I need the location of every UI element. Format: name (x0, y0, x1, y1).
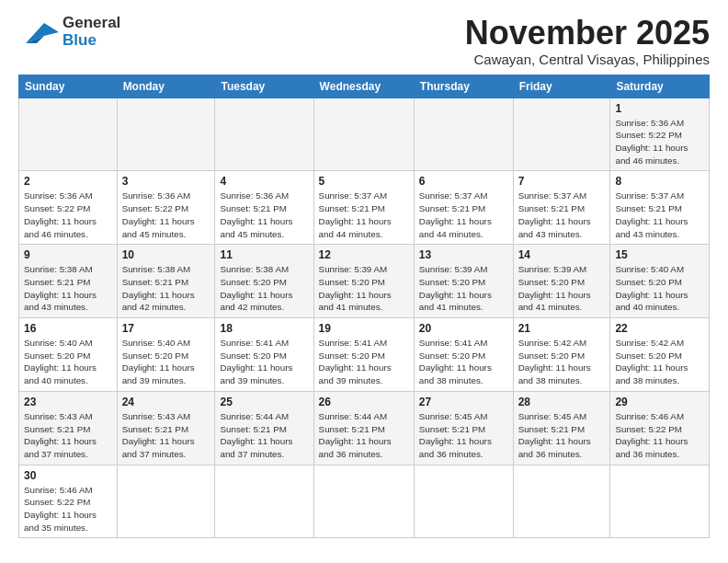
calendar-cell: 18Sunrise: 5:41 AM Sunset: 5:20 PM Dayli… (215, 318, 313, 392)
day-number: 5 (319, 175, 409, 188)
weekday-header-thursday: Thursday (414, 75, 513, 98)
calendar-cell: 14Sunrise: 5:39 AM Sunset: 5:20 PM Dayli… (513, 245, 610, 318)
calendar-cell (513, 98, 610, 171)
calendar-cell: 16Sunrise: 5:40 AM Sunset: 5:20 PM Dayli… (19, 318, 118, 392)
weekday-header-monday: Monday (117, 75, 215, 98)
calendar-cell: 28Sunrise: 5:45 AM Sunset: 5:21 PM Dayli… (513, 391, 610, 465)
day-info: Sunrise: 5:43 AM Sunset: 5:21 PM Dayligh… (24, 410, 112, 461)
calendar-table: SundayMondayTuesdayWednesdayThursdayFrid… (18, 75, 710, 539)
calendar-cell: 5Sunrise: 5:37 AM Sunset: 5:21 PM Daylig… (313, 171, 414, 245)
day-info: Sunrise: 5:37 AM Sunset: 5:21 PM Dayligh… (319, 190, 409, 240)
day-number: 2 (24, 175, 112, 188)
svg-marker-0 (26, 23, 59, 43)
calendar-cell (215, 465, 313, 538)
day-info: Sunrise: 5:43 AM Sunset: 5:21 PM Dayligh… (122, 410, 210, 461)
day-info: Sunrise: 5:42 AM Sunset: 5:20 PM Dayligh… (615, 337, 704, 387)
day-number: 9 (24, 248, 112, 261)
day-number: 24 (122, 396, 210, 408)
day-info: Sunrise: 5:42 AM Sunset: 5:20 PM Dayligh… (518, 337, 606, 387)
day-info: Sunrise: 5:36 AM Sunset: 5:22 PM Dayligh… (122, 190, 210, 240)
calendar-cell: 6Sunrise: 5:37 AM Sunset: 5:21 PM Daylig… (414, 171, 513, 245)
calendar-cell (117, 98, 215, 171)
calendar-cell: 21Sunrise: 5:42 AM Sunset: 5:20 PM Dayli… (513, 318, 610, 392)
day-info: Sunrise: 5:44 AM Sunset: 5:21 PM Dayligh… (319, 410, 409, 461)
logo-text-general: General (63, 15, 120, 32)
calendar-cell: 7Sunrise: 5:37 AM Sunset: 5:21 PM Daylig… (513, 171, 610, 245)
calendar-cell: 27Sunrise: 5:45 AM Sunset: 5:21 PM Dayli… (414, 391, 513, 465)
day-number: 3 (122, 175, 210, 188)
calendar-cell (313, 98, 414, 171)
weekday-header-wednesday: Wednesday (313, 75, 414, 98)
day-info: Sunrise: 5:38 AM Sunset: 5:21 PM Dayligh… (122, 263, 210, 314)
day-info: Sunrise: 5:37 AM Sunset: 5:21 PM Dayligh… (615, 190, 704, 240)
day-number: 4 (220, 175, 308, 188)
calendar-cell (215, 98, 313, 171)
day-number: 6 (419, 175, 508, 188)
day-number: 10 (122, 248, 210, 261)
weekday-header-tuesday: Tuesday (215, 75, 313, 98)
calendar-cell: 23Sunrise: 5:43 AM Sunset: 5:21 PM Dayli… (19, 391, 118, 465)
calendar-cell: 15Sunrise: 5:40 AM Sunset: 5:20 PM Dayli… (610, 245, 710, 318)
week-row-0: 1Sunrise: 5:36 AM Sunset: 5:22 PM Daylig… (19, 98, 710, 171)
calendar-cell: 25Sunrise: 5:44 AM Sunset: 5:21 PM Dayli… (215, 391, 313, 465)
day-number: 28 (518, 396, 606, 408)
calendar-cell: 9Sunrise: 5:38 AM Sunset: 5:21 PM Daylig… (19, 245, 118, 318)
day-info: Sunrise: 5:36 AM Sunset: 5:22 PM Dayligh… (24, 190, 112, 240)
month-title: November 2025 (465, 15, 710, 52)
day-info: Sunrise: 5:44 AM Sunset: 5:21 PM Dayligh… (220, 410, 308, 461)
day-info: Sunrise: 5:37 AM Sunset: 5:21 PM Dayligh… (518, 190, 606, 240)
day-info: Sunrise: 5:39 AM Sunset: 5:20 PM Dayligh… (518, 263, 606, 314)
calendar-cell: 1Sunrise: 5:36 AM Sunset: 5:22 PM Daylig… (610, 98, 710, 171)
calendar-cell (313, 465, 414, 538)
day-info: Sunrise: 5:45 AM Sunset: 5:21 PM Dayligh… (419, 410, 508, 461)
day-number: 8 (615, 175, 704, 188)
calendar-cell: 29Sunrise: 5:46 AM Sunset: 5:22 PM Dayli… (610, 391, 710, 465)
weekday-header-friday: Friday (513, 75, 610, 98)
day-info: Sunrise: 5:39 AM Sunset: 5:20 PM Dayligh… (319, 263, 409, 314)
calendar-cell (117, 465, 215, 538)
calendar-cell: 10Sunrise: 5:38 AM Sunset: 5:21 PM Dayli… (117, 245, 215, 318)
day-number: 21 (518, 322, 606, 335)
calendar-cell: 2Sunrise: 5:36 AM Sunset: 5:22 PM Daylig… (19, 171, 118, 245)
calendar-cell: 30Sunrise: 5:46 AM Sunset: 5:22 PM Dayli… (19, 465, 118, 538)
day-info: Sunrise: 5:46 AM Sunset: 5:22 PM Dayligh… (24, 484, 112, 534)
day-info: Sunrise: 5:39 AM Sunset: 5:20 PM Dayligh… (419, 263, 508, 314)
calendar-cell: 11Sunrise: 5:38 AM Sunset: 5:20 PM Dayli… (215, 245, 313, 318)
day-info: Sunrise: 5:41 AM Sunset: 5:20 PM Dayligh… (220, 337, 308, 387)
calendar-cell (513, 465, 610, 538)
day-number: 25 (220, 396, 308, 408)
day-info: Sunrise: 5:38 AM Sunset: 5:21 PM Dayligh… (24, 263, 112, 314)
day-number: 27 (419, 396, 508, 408)
page-header: General Blue November 2025 Cawayan, Cent… (18, 15, 710, 67)
calendar-cell (414, 98, 513, 171)
day-info: Sunrise: 5:41 AM Sunset: 5:20 PM Dayligh… (419, 337, 508, 387)
day-number: 13 (419, 248, 508, 261)
day-number: 26 (319, 396, 409, 408)
day-number: 20 (419, 322, 508, 335)
day-number: 19 (319, 322, 409, 335)
calendar-cell: 24Sunrise: 5:43 AM Sunset: 5:21 PM Dayli… (117, 391, 215, 465)
calendar-cell: 8Sunrise: 5:37 AM Sunset: 5:21 PM Daylig… (610, 171, 710, 245)
week-row-2: 9Sunrise: 5:38 AM Sunset: 5:21 PM Daylig… (19, 245, 710, 318)
day-info: Sunrise: 5:46 AM Sunset: 5:22 PM Dayligh… (615, 410, 704, 461)
day-info: Sunrise: 5:45 AM Sunset: 5:21 PM Dayligh… (518, 410, 606, 461)
day-info: Sunrise: 5:41 AM Sunset: 5:20 PM Dayligh… (319, 337, 409, 387)
day-number: 7 (518, 175, 606, 188)
logo-text-blue: Blue (63, 32, 120, 50)
calendar-cell: 17Sunrise: 5:40 AM Sunset: 5:20 PM Dayli… (117, 318, 215, 392)
day-number: 17 (122, 322, 210, 335)
calendar-cell: 20Sunrise: 5:41 AM Sunset: 5:20 PM Dayli… (414, 318, 513, 392)
weekday-header-sunday: Sunday (19, 75, 118, 98)
calendar-cell (414, 465, 513, 538)
day-number: 1 (615, 102, 704, 115)
week-row-5: 30Sunrise: 5:46 AM Sunset: 5:22 PM Dayli… (19, 465, 710, 538)
day-number: 16 (24, 322, 112, 335)
day-info: Sunrise: 5:40 AM Sunset: 5:20 PM Dayligh… (615, 263, 704, 314)
day-number: 22 (615, 322, 704, 335)
day-number: 12 (319, 248, 409, 261)
day-number: 30 (24, 469, 112, 482)
day-number: 29 (615, 396, 704, 408)
weekday-header-saturday: Saturday (610, 75, 710, 98)
calendar-cell: 22Sunrise: 5:42 AM Sunset: 5:20 PM Dayli… (610, 318, 710, 392)
weekday-header-row: SundayMondayTuesdayWednesdayThursdayFrid… (19, 75, 710, 98)
